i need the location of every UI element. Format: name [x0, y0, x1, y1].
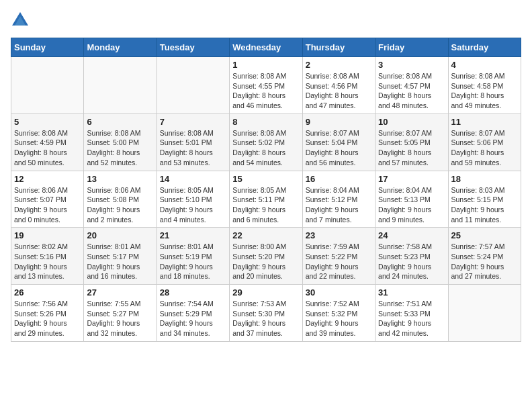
- week-row-3: 12Sunrise: 8:06 AM Sunset: 5:07 PM Dayli…: [11, 171, 521, 228]
- calendar-cell: 13Sunrise: 8:06 AM Sunset: 5:08 PM Dayli…: [84, 171, 157, 228]
- calendar-cell: 10Sunrise: 8:07 AM Sunset: 5:05 PM Dayli…: [375, 113, 448, 171]
- day-info: Sunrise: 8:08 AM Sunset: 4:56 PM Dayligh…: [306, 71, 372, 111]
- calendar-cell: 23Sunrise: 7:59 AM Sunset: 5:22 PM Dayli…: [302, 228, 375, 285]
- day-number: 30: [306, 287, 372, 298]
- day-info: Sunrise: 8:08 AM Sunset: 4:59 PM Dayligh…: [14, 128, 81, 168]
- day-info: Sunrise: 8:06 AM Sunset: 5:07 PM Dayligh…: [14, 185, 81, 225]
- day-header-monday: Monday: [84, 38, 157, 57]
- week-row-4: 19Sunrise: 8:02 AM Sunset: 5:16 PM Dayli…: [11, 228, 521, 285]
- day-number: 21: [160, 230, 226, 240]
- calendar-cell: 14Sunrise: 8:05 AM Sunset: 5:10 PM Dayli…: [157, 171, 229, 228]
- day-info: Sunrise: 8:08 AM Sunset: 4:58 PM Dayligh…: [451, 71, 518, 111]
- day-number: 8: [232, 117, 299, 127]
- day-number: 9: [306, 117, 372, 127]
- day-info: Sunrise: 8:01 AM Sunset: 5:17 PM Dayligh…: [87, 242, 153, 281]
- day-info: Sunrise: 7:59 AM Sunset: 5:22 PM Dayligh…: [306, 242, 372, 281]
- day-number: 5: [14, 117, 81, 127]
- day-number: 26: [14, 287, 81, 298]
- day-number: 25: [451, 230, 518, 240]
- day-number: 6: [87, 117, 153, 127]
- day-info: Sunrise: 8:08 AM Sunset: 4:55 PM Dayligh…: [232, 71, 299, 111]
- day-number: 31: [378, 287, 445, 298]
- day-info: Sunrise: 7:52 AM Sunset: 5:32 PM Dayligh…: [306, 299, 372, 338]
- calendar-cell: 5Sunrise: 8:08 AM Sunset: 4:59 PM Daylig…: [11, 113, 84, 171]
- day-info: Sunrise: 8:08 AM Sunset: 5:01 PM Dayligh…: [160, 128, 226, 168]
- day-info: Sunrise: 7:51 AM Sunset: 5:33 PM Dayligh…: [378, 299, 445, 338]
- calendar-cell: 9Sunrise: 8:07 AM Sunset: 5:04 PM Daylig…: [302, 113, 375, 171]
- day-info: Sunrise: 7:53 AM Sunset: 5:30 PM Dayligh…: [232, 299, 299, 338]
- day-number: 18: [451, 174, 518, 184]
- calendar-cell: 28Sunrise: 7:54 AM Sunset: 5:29 PM Dayli…: [157, 285, 229, 342]
- day-number: 20: [87, 230, 153, 240]
- logo-icon: [11, 11, 30, 30]
- day-info: Sunrise: 8:03 AM Sunset: 5:15 PM Dayligh…: [451, 185, 518, 225]
- calendar-cell: 1Sunrise: 8:08 AM Sunset: 4:55 PM Daylig…: [230, 57, 302, 114]
- calendar-cell: 6Sunrise: 8:08 AM Sunset: 5:00 PM Daylig…: [84, 113, 157, 171]
- page-header: [11, 11, 521, 30]
- calendar-cell: 7Sunrise: 8:08 AM Sunset: 5:01 PM Daylig…: [157, 113, 229, 171]
- day-header-wednesday: Wednesday: [230, 38, 302, 57]
- calendar-cell: 29Sunrise: 7:53 AM Sunset: 5:30 PM Dayli…: [230, 285, 302, 342]
- calendar-cell: [11, 57, 84, 114]
- calendar-cell: 8Sunrise: 8:08 AM Sunset: 5:02 PM Daylig…: [230, 113, 302, 171]
- day-info: Sunrise: 7:57 AM Sunset: 5:24 PM Dayligh…: [451, 242, 518, 281]
- day-info: Sunrise: 7:56 AM Sunset: 5:26 PM Dayligh…: [14, 299, 81, 338]
- calendar-cell: [448, 285, 521, 342]
- day-header-friday: Friday: [375, 38, 448, 57]
- logo: [11, 11, 34, 30]
- calendar-cell: 12Sunrise: 8:06 AM Sunset: 5:07 PM Dayli…: [11, 171, 84, 228]
- calendar-cell: 19Sunrise: 8:02 AM Sunset: 5:16 PM Dayli…: [11, 228, 84, 285]
- day-number: 14: [160, 174, 226, 184]
- day-number: 12: [14, 174, 81, 184]
- day-number: 10: [378, 117, 445, 127]
- day-number: 24: [378, 230, 445, 240]
- day-info: Sunrise: 7:58 AM Sunset: 5:23 PM Dayligh…: [378, 242, 445, 281]
- day-info: Sunrise: 7:55 AM Sunset: 5:27 PM Dayligh…: [87, 299, 153, 338]
- day-number: 7: [160, 117, 226, 127]
- day-info: Sunrise: 7:54 AM Sunset: 5:29 PM Dayligh…: [160, 299, 226, 338]
- day-info: Sunrise: 8:07 AM Sunset: 5:06 PM Dayligh…: [451, 128, 518, 168]
- calendar-cell: 2Sunrise: 8:08 AM Sunset: 4:56 PM Daylig…: [302, 57, 375, 114]
- day-info: Sunrise: 8:08 AM Sunset: 5:02 PM Dayligh…: [232, 128, 299, 168]
- calendar-cell: 24Sunrise: 7:58 AM Sunset: 5:23 PM Dayli…: [375, 228, 448, 285]
- calendar-cell: 3Sunrise: 8:08 AM Sunset: 4:57 PM Daylig…: [375, 57, 448, 114]
- day-number: 15: [232, 174, 299, 184]
- day-number: 22: [232, 230, 299, 240]
- calendar-cell: 4Sunrise: 8:08 AM Sunset: 4:58 PM Daylig…: [448, 57, 521, 114]
- day-number: 1: [232, 60, 299, 70]
- calendar-cell: 21Sunrise: 8:01 AM Sunset: 5:19 PM Dayli…: [157, 228, 229, 285]
- day-number: 28: [160, 287, 226, 298]
- day-header-sunday: Sunday: [11, 38, 84, 57]
- day-number: 3: [378, 60, 445, 70]
- calendar-cell: 15Sunrise: 8:05 AM Sunset: 5:11 PM Dayli…: [230, 171, 302, 228]
- calendar-cell: 22Sunrise: 8:00 AM Sunset: 5:20 PM Dayli…: [230, 228, 302, 285]
- day-number: 11: [451, 117, 518, 127]
- calendar-cell: 16Sunrise: 8:04 AM Sunset: 5:12 PM Dayli…: [302, 171, 375, 228]
- day-number: 19: [14, 230, 81, 240]
- day-number: 27: [87, 287, 153, 298]
- day-info: Sunrise: 8:05 AM Sunset: 5:10 PM Dayligh…: [160, 185, 226, 225]
- week-row-1: 1Sunrise: 8:08 AM Sunset: 4:55 PM Daylig…: [11, 57, 521, 114]
- week-row-2: 5Sunrise: 8:08 AM Sunset: 4:59 PM Daylig…: [11, 113, 521, 171]
- calendar-cell: 11Sunrise: 8:07 AM Sunset: 5:06 PM Dayli…: [448, 113, 521, 171]
- week-row-5: 26Sunrise: 7:56 AM Sunset: 5:26 PM Dayli…: [11, 285, 521, 342]
- day-info: Sunrise: 8:06 AM Sunset: 5:08 PM Dayligh…: [87, 185, 153, 225]
- day-header-saturday: Saturday: [448, 38, 521, 57]
- calendar-cell: 26Sunrise: 7:56 AM Sunset: 5:26 PM Dayli…: [11, 285, 84, 342]
- day-info: Sunrise: 8:07 AM Sunset: 5:05 PM Dayligh…: [378, 128, 445, 168]
- day-info: Sunrise: 8:01 AM Sunset: 5:19 PM Dayligh…: [160, 242, 226, 281]
- day-info: Sunrise: 8:00 AM Sunset: 5:20 PM Dayligh…: [232, 242, 299, 281]
- day-info: Sunrise: 8:07 AM Sunset: 5:04 PM Dayligh…: [306, 128, 372, 168]
- calendar-cell: 27Sunrise: 7:55 AM Sunset: 5:27 PM Dayli…: [84, 285, 157, 342]
- day-number: 17: [378, 174, 445, 184]
- calendar-cell: 18Sunrise: 8:03 AM Sunset: 5:15 PM Dayli…: [448, 171, 521, 228]
- day-info: Sunrise: 8:04 AM Sunset: 5:12 PM Dayligh…: [306, 185, 372, 225]
- day-number: 2: [306, 60, 372, 70]
- calendar-cell: 30Sunrise: 7:52 AM Sunset: 5:32 PM Dayli…: [302, 285, 375, 342]
- day-info: Sunrise: 8:02 AM Sunset: 5:16 PM Dayligh…: [14, 242, 81, 281]
- calendar-cell: 25Sunrise: 7:57 AM Sunset: 5:24 PM Dayli…: [448, 228, 521, 285]
- day-header-thursday: Thursday: [302, 38, 375, 57]
- calendar-cell: [84, 57, 157, 114]
- header-row: SundayMondayTuesdayWednesdayThursdayFrid…: [11, 38, 521, 57]
- calendar-cell: 31Sunrise: 7:51 AM Sunset: 5:33 PM Dayli…: [375, 285, 448, 342]
